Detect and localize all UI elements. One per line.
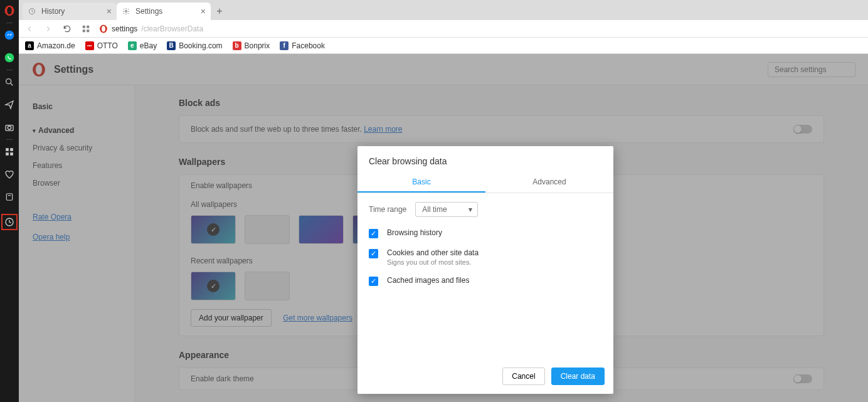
time-range-select[interactable]: All time <box>415 202 478 217</box>
checkbox-label: Cached images and files <box>387 276 469 285</box>
send-icon[interactable] <box>4 99 15 110</box>
dialog-title: Clear browsing data <box>357 146 613 172</box>
divider <box>6 23 13 23</box>
history-tab-icon <box>28 7 36 16</box>
svg-rect-9 <box>10 148 13 151</box>
bookmarks-bar: aAmazon.de •••OTTO eeBay BBooking.com bB… <box>19 38 868 54</box>
whatsapp-icon[interactable] <box>4 52 15 63</box>
forward-button[interactable] <box>43 23 54 34</box>
bookmark-facebook[interactable]: fFacebook <box>280 41 325 50</box>
dialog-actions: Cancel Clear data <box>357 361 613 385</box>
extensions-icon[interactable] <box>80 23 92 34</box>
opera-icon[interactable] <box>4 5 15 16</box>
checkbox-label: Cookies and other site data <box>387 248 479 257</box>
close-icon[interactable]: × <box>107 7 112 16</box>
time-range-label: Time range <box>369 205 406 214</box>
bookmark-bonprix[interactable]: bBonprix <box>233 41 270 50</box>
search-icon[interactable] <box>4 77 15 88</box>
svg-rect-18 <box>87 25 89 28</box>
tab-history[interactable]: History × <box>23 3 117 20</box>
favicon-icon: f <box>280 41 288 50</box>
clear-browsing-data-dialog: Clear browsing data Basic Advanced Time … <box>357 146 613 394</box>
svg-point-1 <box>7 7 12 14</box>
cancel-button[interactable]: Cancel <box>502 368 544 385</box>
checkbox[interactable]: ✓ <box>369 277 378 286</box>
svg-rect-10 <box>6 152 9 156</box>
svg-rect-20 <box>87 29 89 32</box>
bookmark-amazon[interactable]: aAmazon.de <box>25 41 75 50</box>
svg-point-16 <box>125 11 127 13</box>
divider <box>6 139 13 140</box>
heart-icon[interactable] <box>4 169 15 180</box>
checkbox-cache: ✓ Cached images and files <box>369 276 602 286</box>
svg-point-22 <box>102 26 105 31</box>
checkbox-browsing-history: ✓ Browsing history <box>369 228 602 238</box>
svg-rect-12 <box>6 194 12 201</box>
address-path: /clearBrowserData <box>141 24 203 33</box>
dialog-tabs: Basic Advanced <box>357 172 613 193</box>
favicon-icon: B <box>167 41 176 50</box>
messenger-icon[interactable] <box>4 29 15 41</box>
svg-rect-17 <box>83 25 85 28</box>
svg-point-3 <box>5 53 14 63</box>
checkbox[interactable]: ✓ <box>369 249 378 258</box>
bookmark-icon[interactable] <box>4 191 15 203</box>
history-icon-highlighted[interactable] <box>1 214 18 230</box>
svg-rect-11 <box>10 152 13 156</box>
address-base: settings <box>112 24 137 33</box>
checkbox-sublabel: Signs you out of most sites. <box>387 258 479 266</box>
time-range-row: Time range All time <box>369 202 602 217</box>
clear-data-button[interactable]: Clear data <box>551 368 605 385</box>
address-bar[interactable]: settings/clearBrowserData <box>99 24 863 33</box>
checkbox[interactable]: ✓ <box>369 229 378 238</box>
gear-icon <box>122 7 130 16</box>
favicon-icon: ••• <box>85 41 94 50</box>
bookmark-ebay[interactable]: eeBay <box>128 41 157 50</box>
reload-button[interactable] <box>61 23 73 34</box>
svg-point-4 <box>6 79 11 84</box>
camera-icon[interactable] <box>4 122 15 133</box>
checkbox-label: Browsing history <box>387 228 442 237</box>
svg-line-5 <box>11 83 13 85</box>
favicon-icon: e <box>128 41 137 50</box>
svg-rect-8 <box>6 148 9 151</box>
svg-rect-19 <box>83 29 85 32</box>
grid-icon[interactable] <box>4 146 15 157</box>
svg-point-2 <box>5 31 14 40</box>
dialog-tab-advanced[interactable]: Advanced <box>485 172 613 193</box>
toolbar: settings/clearBrowserData <box>19 20 868 38</box>
svg-point-7 <box>8 126 11 129</box>
bookmark-booking[interactable]: BBooking.com <box>167 41 222 50</box>
divider <box>6 70 13 70</box>
side-rail <box>0 0 19 402</box>
back-button[interactable] <box>24 23 35 34</box>
bookmark-otto[interactable]: •••OTTO <box>85 41 118 50</box>
close-icon[interactable]: × <box>201 7 206 16</box>
tab-strip: History × Settings × + <box>19 0 868 20</box>
opera-favicon-icon <box>99 24 108 33</box>
tab-label: History <box>41 7 65 16</box>
tab-label: Settings <box>135 7 162 16</box>
dialog-tab-basic[interactable]: Basic <box>357 172 485 193</box>
dialog-body: Time range All time ✓ Browsing history ✓… <box>357 193 613 305</box>
checkbox-cookies: ✓ Cookies and other site data Signs you … <box>369 248 602 266</box>
favicon-icon: b <box>233 41 241 50</box>
tab-settings[interactable]: Settings × <box>117 3 211 20</box>
favicon-icon: a <box>25 41 34 50</box>
new-tab-button[interactable]: + <box>211 3 228 20</box>
